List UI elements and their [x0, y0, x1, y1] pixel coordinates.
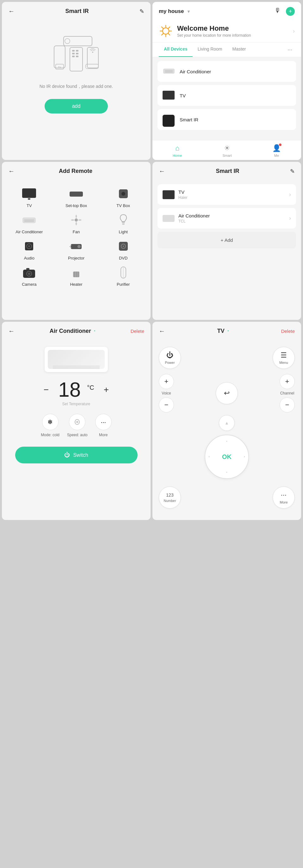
smart-icon: ☀	[224, 144, 230, 152]
heater-cat-label: Heater	[70, 282, 82, 287]
tv-ir-icon	[162, 190, 175, 199]
ac-mode-more[interactable]: ··· More	[95, 414, 112, 437]
temp-minus-button[interactable]: −	[40, 385, 52, 395]
voice-plus-button[interactable]: +	[159, 374, 174, 389]
remote-cat-heater[interactable]: Heater	[55, 266, 97, 287]
smart-ir-header: ← Smart IR ✎	[2, 2, 151, 21]
nav-right-icon[interactable]: ·	[244, 454, 245, 460]
remote-cat-tvbox[interactable]: TV Box	[102, 187, 144, 208]
nav-smart[interactable]: ☀ Smart	[222, 144, 232, 157]
nav-left-icon[interactable]: ·	[208, 454, 210, 460]
menu-button[interactable]: ☰ Menu	[273, 347, 295, 369]
back-button[interactable]: ↩	[216, 382, 238, 404]
welcome-banner[interactable]: Welcome Home Set your home location for …	[152, 20, 301, 43]
switch-button[interactable]: ⏻ Switch	[15, 447, 138, 463]
up-button[interactable]: ▲	[219, 415, 235, 431]
tv-remote-header: ← TV · Delete	[152, 322, 301, 340]
ac-ir-chevron: ›	[289, 215, 291, 222]
svg-rect-7	[76, 53, 79, 54]
ac-mode-more-icon: ···	[95, 414, 112, 430]
remote-cat-light[interactable]: Light	[102, 213, 144, 234]
device-item-ac[interactable]: Air Conditioner	[157, 61, 296, 82]
svg-line-21	[168, 33, 170, 35]
svg-rect-37	[122, 223, 125, 225]
svg-point-40	[28, 245, 30, 247]
dvd-cat-label: DVD	[119, 256, 127, 260]
device-item-smart-ir[interactable]: Smart IR	[157, 109, 296, 130]
channel-minus-button[interactable]: −	[280, 397, 295, 412]
channel-plus-button[interactable]: +	[280, 374, 295, 389]
smart-ir-right-edit-icon[interactable]: ✎	[290, 168, 295, 175]
ir-device-list: TV Haier › Air Conditioner TCL › + Add	[152, 181, 301, 252]
ac-cat-label: Air Conditioner	[16, 229, 43, 234]
remote-category-grid: TV Set-top Box TV Box	[2, 181, 151, 293]
tabs-row: All Devices Living Room Master ···	[152, 43, 301, 57]
remote-cat-ac[interactable]: Air Conditioner	[8, 213, 50, 234]
add-remote-title: Add Remote	[59, 168, 92, 175]
remote-cat-dvd[interactable]: DVD	[102, 239, 144, 260]
audio-cat-icon	[20, 239, 38, 253]
number-button[interactable]: 123 Number	[159, 487, 181, 508]
nav-circle: · · · · OK	[205, 435, 249, 479]
ok-button[interactable]: OK	[222, 453, 232, 461]
no-device-text: No IR device found，please add one.	[39, 84, 113, 89]
nav-up-icon[interactable]: ·	[226, 438, 228, 444]
add-circle-icon[interactable]: +	[286, 7, 295, 16]
nav-me[interactable]: 👤 Me	[272, 144, 281, 157]
mic-icon[interactable]: 🎙	[275, 7, 281, 16]
remote-cat-fan[interactable]: Fan	[55, 213, 97, 234]
tab-master[interactable]: Master	[228, 43, 251, 57]
remote-cat-tv[interactable]: TV	[8, 187, 50, 208]
svg-line-20	[162, 27, 163, 28]
ac-mode-speed[interactable]: Speed: auto	[67, 414, 88, 437]
add-device-row[interactable]: + Add	[157, 232, 296, 248]
back-icon[interactable]: ←	[8, 8, 14, 15]
svg-rect-4	[72, 50, 74, 52]
number-icon: 123	[166, 493, 173, 498]
tabs-more-icon[interactable]: ···	[285, 43, 295, 57]
ir-illustration: TV	[44, 27, 108, 78]
voice-minus-button[interactable]: −	[159, 397, 174, 412]
remote-cat-projector[interactable]: Projector	[55, 239, 97, 260]
remote-cat-purifier[interactable]: Purifier	[102, 266, 144, 287]
svg-rect-9	[76, 56, 79, 57]
ac-back-icon[interactable]: ←	[8, 328, 14, 335]
tv-delete-button[interactable]: Delete	[281, 329, 295, 334]
ac-delete-button[interactable]: Delete	[131, 329, 144, 334]
svg-point-42	[78, 245, 81, 248]
add-remote-back-icon[interactable]: ←	[8, 167, 14, 175]
ir-device-tv[interactable]: TV Haier ›	[157, 184, 296, 205]
svg-rect-5	[76, 50, 79, 52]
tv-remote-body: ⏻ Power ☰ Menu + Voice − ↩	[152, 340, 301, 520]
menu-icon: ☰	[280, 351, 287, 360]
remote-cat-camera[interactable]: Camera	[8, 266, 50, 287]
svg-rect-36	[122, 222, 125, 223]
temp-label: Set Temperature	[62, 402, 90, 406]
svg-rect-32	[23, 217, 36, 223]
remote-cat-audio[interactable]: Audio	[8, 239, 50, 260]
temp-plus-button[interactable]: +	[100, 385, 112, 395]
nav-home[interactable]: ⌂ Home	[173, 144, 182, 157]
add-device-label: + Add	[221, 238, 233, 243]
edit-icon[interactable]: ✎	[140, 8, 144, 15]
ac-mode-cold[interactable]: ❄ Mode: cold	[41, 414, 59, 437]
device-item-tv[interactable]: TV	[157, 85, 296, 106]
add-button[interactable]: add	[44, 99, 108, 114]
fan-cat-label: Fan	[73, 229, 80, 234]
power-button[interactable]: ⏻ Power	[159, 347, 181, 369]
svg-point-31	[121, 192, 125, 196]
nav-down-icon[interactable]: ·	[226, 469, 228, 475]
smart-ir-right-panel: ← Smart IR ✎ TV Haier › Air Conditioner …	[152, 162, 301, 320]
more-button[interactable]: ··· More	[273, 487, 295, 508]
ir-device-ac[interactable]: Air Conditioner TCL ›	[157, 208, 296, 228]
tab-living-room[interactable]: Living Room	[192, 43, 228, 57]
add-remote-panel: ← Add Remote TV	[2, 162, 151, 320]
remote-cat-settop[interactable]: Set-top Box	[55, 187, 97, 208]
smart-ir-right-back-icon[interactable]: ←	[159, 167, 165, 175]
home-icon: ⌂	[175, 144, 179, 152]
projector-cat-icon	[67, 239, 85, 253]
tv-remote-back-icon[interactable]: ←	[159, 328, 165, 335]
tab-all-devices[interactable]: All Devices	[159, 43, 192, 57]
tv-cat-label: TV	[27, 203, 32, 208]
ac-device-icon	[162, 67, 175, 76]
